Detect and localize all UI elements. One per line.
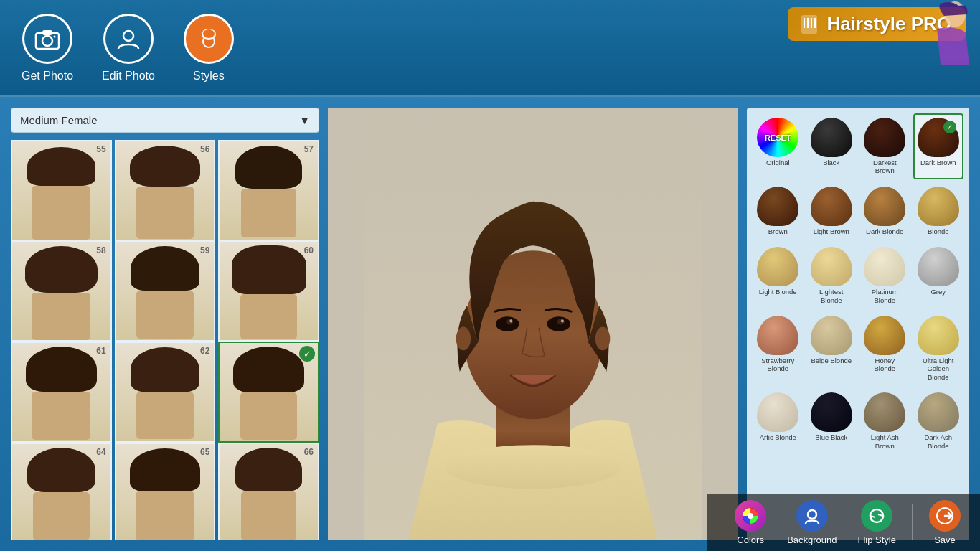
style-item-59[interactable]: 59	[115, 241, 216, 342]
color-swatch-artic-blonde	[757, 392, 798, 432]
color-item-light-brown[interactable]: Light Brown	[806, 182, 857, 240]
nav-item-styles[interactable]: Styles	[184, 14, 234, 83]
color-label-ultra-light-golden-blonde: Ultra Light Golden Blonde	[918, 357, 960, 381]
color-label-dark-blonde: Dark Blonde	[866, 227, 903, 235]
svg-point-16	[445, 445, 621, 489]
style-item-57[interactable]: 57	[218, 140, 319, 241]
reset-swatch: RESET	[757, 118, 798, 157]
color-swatch-blonde	[918, 187, 959, 226]
svg-point-7	[203, 29, 215, 38]
svg-point-25	[595, 327, 610, 351]
left-panel: Medium Female ▼ 55 56 57	[11, 108, 319, 540]
svg-point-1	[42, 36, 52, 46]
flip-style-button[interactable]: Flip Style	[849, 496, 905, 550]
color-label-reset: Original	[766, 159, 790, 166]
nav-items: Get Photo Edit Photo Styles	[22, 14, 234, 83]
color-item-dark-blonde[interactable]: Dark Blonde	[859, 182, 910, 240]
styles-label: Styles	[193, 70, 225, 83]
save-label: Save	[934, 534, 956, 545]
color-item-dark-brown[interactable]: ✓ Dark Brown	[913, 113, 964, 179]
save-button[interactable]: Save	[920, 496, 969, 550]
colors-button[interactable]: Colors	[726, 496, 775, 550]
style-item-62[interactable]: 62	[115, 342, 216, 443]
color-item-reset[interactable]: RESET Original	[753, 113, 804, 179]
flip-style-label: Flip Style	[858, 534, 896, 545]
color-swatch-lightest-blonde	[811, 247, 852, 286]
color-item-honey-blonde[interactable]: Honey Blonde	[859, 311, 910, 385]
color-swatch-strawberry-blonde	[757, 316, 798, 355]
dark-brown-check-icon: ✓	[943, 121, 956, 133]
flip-style-icon	[861, 500, 892, 532]
color-item-ultra-light-golden-blonde[interactable]: Ultra Light Golden Blonde	[913, 311, 964, 385]
color-item-strawberry-blonde[interactable]: Strawberry Blonde	[753, 311, 804, 385]
color-swatch-honey-blonde	[864, 316, 905, 355]
get-photo-icon	[22, 14, 72, 64]
style-item-58[interactable]: 58	[11, 241, 112, 342]
selected-check-icon: ✓	[299, 346, 315, 362]
style-dropdown[interactable]: Medium Female ▼	[11, 108, 319, 133]
color-label-darkest-brown: Darkest Brown	[864, 159, 906, 175]
edit-photo-icon	[103, 14, 154, 64]
color-swatch-grey	[918, 247, 959, 286]
svg-point-4	[123, 31, 133, 41]
color-item-brown[interactable]: Brown	[753, 182, 804, 240]
color-label-artic-blonde: Artic Blonde	[760, 433, 796, 441]
color-swatch-black	[811, 118, 852, 157]
color-item-blonde[interactable]: Blonde	[913, 182, 964, 240]
color-item-blue-black[interactable]: Blue Black	[806, 388, 857, 454]
get-photo-label: Get Photo	[22, 70, 73, 83]
color-label-beige-blonde: Beige Blonde	[811, 357, 852, 364]
color-item-grey[interactable]: Grey	[913, 242, 964, 309]
main-content: Medium Female ▼ 55 56 57	[0, 97, 980, 551]
nav-item-get-photo[interactable]: Get Photo	[22, 14, 73, 83]
style-item-66[interactable]: 66	[218, 443, 319, 541]
color-swatch-dark-brown: ✓	[918, 118, 959, 157]
edit-photo-label: Edit Photo	[102, 70, 155, 83]
style-item-64[interactable]: 64	[11, 443, 112, 541]
brand-background: Hairstyle PRO	[788, 7, 966, 41]
style-item-65[interactable]: 65	[115, 443, 216, 541]
color-label-light-ash-brown: Light Ash Brown	[864, 433, 906, 450]
color-grid: RESET Original Black Darkest Brown	[753, 113, 963, 454]
color-item-black[interactable]: Black	[806, 113, 857, 179]
color-item-darkest-brown[interactable]: Darkest Brown	[859, 113, 910, 179]
color-label-light-blonde: Light Blonde	[759, 288, 797, 296]
style-grid: 55 56 57	[11, 140, 319, 540]
color-item-platinum-blonde[interactable]: Platinum Blonde	[859, 242, 910, 309]
svg-point-29	[808, 510, 816, 519]
color-label-platinum-blonde: Platinum Blonde	[864, 288, 906, 304]
brand-decoration	[915, 0, 973, 72]
nav-item-edit-photo[interactable]: Edit Photo	[102, 14, 155, 83]
color-swatch-platinum-blonde	[864, 247, 905, 286]
color-label-grey: Grey	[930, 288, 946, 296]
style-item-63[interactable]: ✓	[218, 342, 319, 443]
style-item-61[interactable]: 61	[11, 342, 112, 443]
color-label-strawberry-blonde: Strawberry Blonde	[757, 357, 799, 373]
color-swatch-dark-blonde	[864, 187, 905, 226]
style-item-60[interactable]: 60	[218, 241, 319, 342]
color-item-light-blonde[interactable]: Light Blonde	[753, 242, 804, 309]
style-item-55[interactable]: 55	[11, 140, 112, 241]
color-item-dark-ash-blonde[interactable]: Dark Ash Blonde	[913, 388, 964, 454]
background-button[interactable]: Background	[778, 496, 845, 550]
bottom-bar-divider	[912, 504, 913, 540]
color-swatch-light-blonde	[757, 247, 798, 286]
background-icon	[796, 500, 828, 532]
color-item-light-ash-brown[interactable]: Light Ash Brown	[859, 388, 910, 454]
color-swatch-darkest-brown	[864, 118, 905, 157]
dropdown-arrow-icon: ▼	[299, 114, 310, 126]
color-item-beige-blonde[interactable]: Beige Blonde	[806, 311, 857, 385]
bottom-bar: Colors Background Flip Style	[707, 494, 980, 551]
styles-icon	[184, 14, 234, 64]
color-label-dark-ash-blonde: Dark Ash Blonde	[918, 433, 960, 450]
color-swatch-light-brown	[811, 187, 852, 226]
color-label-blue-black: Blue Black	[815, 433, 847, 441]
background-label: Background	[787, 534, 837, 545]
style-item-56[interactable]: 56	[115, 140, 216, 241]
color-item-lightest-blonde[interactable]: Lightest Blonde	[806, 242, 857, 309]
color-label-honey-blonde: Honey Blonde	[864, 357, 906, 373]
svg-point-24	[456, 327, 471, 351]
color-swatch-ultra-light-golden-blonde	[918, 316, 959, 355]
right-panel: RESET Original Black Darkest Brown	[747, 108, 969, 540]
color-item-artic-blonde[interactable]: Artic Blonde	[753, 388, 804, 454]
